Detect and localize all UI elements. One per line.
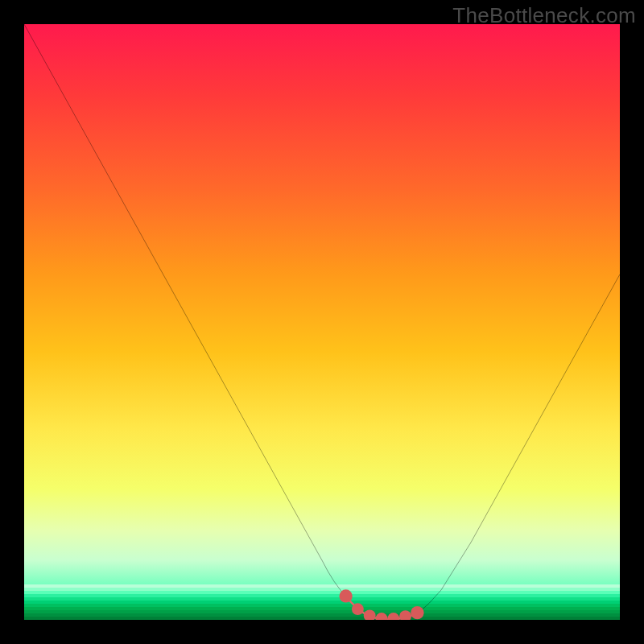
svg-point-3: [376, 613, 388, 620]
plot-area: [24, 24, 620, 620]
svg-point-5: [399, 610, 411, 620]
optimal-range-dots: [339, 589, 423, 620]
svg-point-2: [364, 609, 376, 620]
svg-point-6: [411, 606, 423, 619]
svg-point-1: [352, 603, 364, 615]
bottleneck-curve: [24, 24, 620, 620]
chart-stage: TheBottleneck.com: [0, 0, 644, 644]
svg-point-0: [339, 589, 352, 602]
svg-point-4: [387, 613, 399, 620]
curve-layer: [24, 24, 620, 620]
